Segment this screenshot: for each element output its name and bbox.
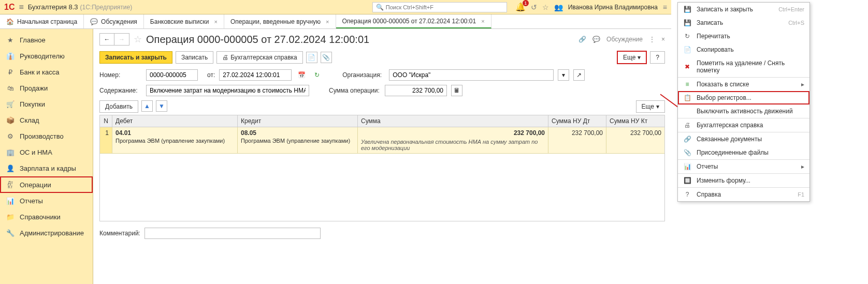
ctx-shortcut: F1: [798, 191, 804, 198]
discuss-icon: 💬: [592, 36, 600, 43]
ctx-show-list[interactable]: ≡Показать в списке▸: [678, 77, 809, 91]
move-down-button[interactable]: ▼: [156, 100, 167, 112]
more-button[interactable]: Еще ▾: [617, 51, 647, 64]
save-close-button[interactable]: Записать и закрыть: [99, 51, 172, 64]
sidebar-item-sales[interactable]: 🛍Продажи: [0, 80, 93, 96]
ctx-reports[interactable]: 📊Отчеты▸: [678, 159, 809, 173]
ctx-accounting-ref[interactable]: 🖨Бухгалтерская справка: [678, 118, 809, 132]
refresh-icon[interactable]: ↻: [311, 69, 323, 81]
bell-icon[interactable]: 🔔1: [515, 2, 526, 12]
calendar-icon[interactable]: 📅: [296, 69, 307, 81]
grid-more-button[interactable]: Еще ▾: [636, 100, 665, 113]
ctx-disable-movements[interactable]: Выключить активность движений: [678, 104, 809, 118]
sidebar-item-reports[interactable]: 📊Отчеты: [0, 193, 93, 209]
ctx-copy[interactable]: 📄Скопировать: [678, 43, 809, 56]
folder-icon: 📁: [6, 213, 15, 221]
discuss-label[interactable]: Обсуждение: [606, 36, 643, 43]
attach-icon: 📎: [683, 149, 691, 156]
ctx-label: Справка: [697, 191, 792, 198]
disk-icon: 💾: [683, 19, 691, 26]
ctx-change-form[interactable]: 🔲Изменить форму...: [678, 173, 809, 187]
date-input[interactable]: [219, 69, 292, 81]
ctx-shortcut: Ctrl+S: [788, 20, 804, 26]
save-button[interactable]: Записать: [176, 51, 213, 64]
cart-icon: 🛒: [6, 100, 15, 108]
number-input[interactable]: [146, 69, 198, 81]
sidebar-item-label: Руководителю: [20, 52, 65, 60]
sidebar-item-bank[interactable]: ₽Банк и касса: [0, 64, 93, 80]
cell-kredit[interactable]: 08.05 Программа ЭВМ (управление закупкам…: [238, 127, 358, 153]
ctx-choose-registers[interactable]: 📋Выбор регистров...: [678, 91, 809, 104]
sidebar-item-production[interactable]: ⚙Производство: [0, 128, 93, 144]
tab-current-operation[interactable]: Операция 0000-000005 от 27.02.2024 12:00…: [336, 14, 491, 28]
tab-label: Операция 0000-000005 от 27.02.2024 12:00…: [342, 18, 476, 25]
cell-sum[interactable]: 232 700,00 Увеличена первоначальная стои…: [358, 127, 548, 153]
search-box[interactable]: 🔍: [372, 2, 507, 12]
tab-manual-operations[interactable]: Операции, введенные вручную×: [224, 14, 336, 28]
ctx-label: Записать и закрыть: [697, 6, 773, 13]
accounting-ref-button[interactable]: 🖨Бухгалтерская справка: [216, 51, 303, 64]
help-button[interactable]: ?: [650, 51, 665, 64]
nav-back-button[interactable]: ←: [100, 34, 114, 45]
sidebar-item-warehouse[interactable]: 📦Склад: [0, 112, 93, 128]
menu-icon[interactable]: ≡: [19, 3, 23, 12]
close-icon[interactable]: ×: [481, 18, 484, 24]
tab-bank-statements[interactable]: Банковские выписки×: [144, 14, 224, 28]
nav-forward-button[interactable]: →: [114, 34, 129, 45]
cell-debet[interactable]: 04.01 Программа ЭВМ (управление закупкам…: [112, 127, 238, 153]
help-icon: ?: [683, 191, 691, 198]
close-icon[interactable]: ×: [326, 19, 329, 25]
sidebar-item-manager[interactable]: 👔Руководителю: [0, 48, 93, 64]
favorite-icon[interactable]: ☆: [134, 34, 142, 45]
chevron-down-icon: ▾: [638, 54, 641, 61]
settings-icon[interactable]: ≡: [663, 3, 667, 11]
print-icon: 🖨: [683, 122, 691, 129]
comment-label: Комментарий:: [99, 230, 140, 237]
history-icon[interactable]: ↺: [531, 3, 537, 11]
cell-nukt[interactable]: 232 700,00: [606, 127, 664, 153]
close-icon[interactable]: ×: [661, 36, 665, 43]
ctx-attached-files[interactable]: 📎Присоединенные файлы: [678, 146, 809, 159]
move-up-button[interactable]: ▲: [141, 100, 153, 112]
btn-label: Еще: [623, 54, 635, 61]
gear-icon: ⚙: [6, 132, 15, 140]
tab-discussions[interactable]: 💬Обсуждения: [84, 14, 144, 28]
sum-input[interactable]: [385, 85, 447, 96]
add-row-button[interactable]: Добавить: [99, 100, 138, 113]
org-input[interactable]: [389, 69, 554, 81]
ctx-help[interactable]: ?СправкаF1: [678, 187, 809, 201]
ctx-related-docs[interactable]: 🔗Связанные документы: [678, 132, 809, 146]
sidebar-item-salary[interactable]: 👤Зарплата и кадры: [0, 160, 93, 176]
link-icon[interactable]: 🔗: [578, 36, 586, 43]
tab-home[interactable]: 🏠Начальная страница: [0, 14, 84, 28]
dropdown-icon[interactable]: ▾: [558, 69, 569, 81]
template-button[interactable]: 📄: [306, 52, 317, 63]
sidebar-item-osnma[interactable]: 🏢ОС и НМА: [0, 144, 93, 160]
content-input[interactable]: [146, 85, 309, 96]
more-icon[interactable]: ⋮: [649, 36, 655, 43]
ctx-mark-delete[interactable]: ✖Пометить на удаление / Снять пометку: [678, 56, 809, 77]
from-label: от:: [207, 71, 215, 79]
open-icon[interactable]: ↗: [573, 69, 585, 81]
attach-button[interactable]: 📎: [321, 52, 332, 63]
ctx-reread[interactable]: ↻Перечитать: [678, 29, 809, 43]
entry-description: Увеличена первоначальная стоимость НМА н…: [361, 139, 545, 151]
bag-icon: 🛍: [6, 84, 15, 92]
table-row[interactable]: 1 04.01 Программа ЭВМ (управление закупк…: [100, 127, 664, 154]
sidebar-item-directories[interactable]: 📁Справочники: [0, 209, 93, 225]
calc-icon[interactable]: 🖩: [451, 85, 462, 96]
context-menu: 💾Записать и закрытьCtrl+Enter 💾ЗаписатьC…: [677, 2, 810, 202]
sidebar-item-admin[interactable]: 🔧Администрирование: [0, 225, 93, 241]
sidebar-item-purchases[interactable]: 🛒Покупки: [0, 96, 93, 112]
sidebar-item-main[interactable]: ★Главное: [0, 32, 93, 48]
ctx-save-close[interactable]: 💾Записать и закрытьCtrl+Enter: [678, 3, 809, 16]
col-header-sum: Сумма: [358, 115, 548, 127]
sidebar-item-operations[interactable]: ДтКтОперации: [0, 176, 93, 193]
save-icon: 💾: [683, 6, 691, 13]
search-input[interactable]: [386, 4, 503, 10]
ctx-save[interactable]: 💾ЗаписатьCtrl+S: [678, 16, 809, 29]
cell-nudt[interactable]: 232 700,00: [548, 127, 606, 153]
comment-input[interactable]: [144, 228, 321, 239]
close-icon[interactable]: ×: [214, 19, 217, 25]
star-icon[interactable]: ☆: [542, 3, 549, 11]
